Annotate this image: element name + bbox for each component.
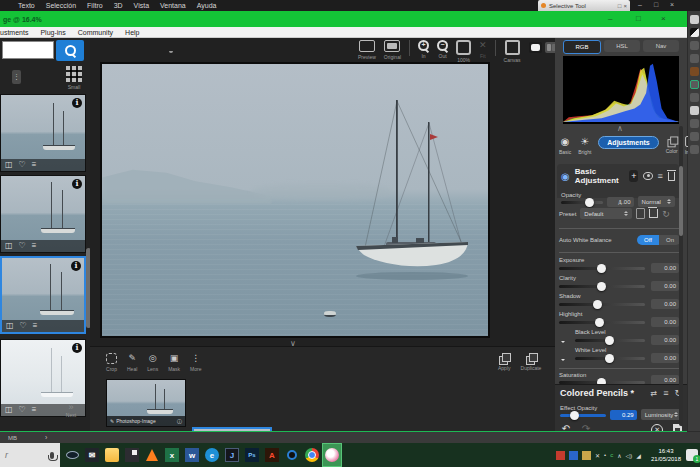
compare-icon[interactable]: ◫ — [5, 241, 13, 251]
info-icon[interactable]: ⓘ — [177, 418, 182, 424]
tab-hsl[interactable]: HSL — [604, 40, 640, 52]
exposure-slider[interactable] — [559, 267, 645, 270]
notification-center-icon[interactable]: 1 — [686, 449, 698, 461]
duplicate-button[interactable]: Duplicate — [521, 353, 542, 371]
original-button[interactable]: Original — [384, 40, 401, 60]
white-level-slider[interactable] — [575, 357, 645, 360]
menu-texto[interactable]: Texto — [18, 2, 35, 9]
bright-nav-button[interactable]: ☀Bright — [578, 136, 591, 155]
shadow-value[interactable]: 0.00 — [651, 299, 679, 309]
panel-icon[interactable] — [690, 67, 699, 76]
effect-opacity-slider[interactable] — [560, 414, 606, 417]
menu-icon[interactable]: ≡ — [33, 321, 38, 331]
search-input[interactable] — [2, 41, 54, 59]
collapse-section-chevron[interactable]: ∧ — [617, 198, 623, 207]
tab-rgb[interactable]: RGB — [563, 40, 601, 54]
adjustments-nav-button[interactable]: Adjustments — [598, 136, 658, 149]
app-current-topaz[interactable] — [322, 443, 342, 467]
app-adobe[interactable]: A — [262, 443, 282, 467]
heal-button[interactable]: ✎Heal — [127, 353, 137, 372]
plugin-maximize-button[interactable]: □ — [636, 14, 641, 23]
menu-community[interactable]: Community — [78, 29, 113, 36]
taskbar-clock[interactable]: 16:43 21/05/2018 — [648, 447, 684, 463]
more-button[interactable]: ⋮More — [190, 353, 201, 372]
visibility-toggle-icon[interactable] — [643, 172, 652, 180]
library-thumbnail-selected[interactable]: ℹ ◫♡≡ — [0, 256, 86, 334]
panel-scrollbar-thumb[interactable] — [679, 166, 683, 236]
menu-seleccion[interactable]: Selección — [46, 2, 76, 9]
folder-panel-icon[interactable] — [690, 15, 699, 24]
crop-button[interactable]: Crop — [106, 353, 117, 372]
menu-filtro[interactable]: Filtro — [87, 2, 103, 9]
menu-icon[interactable]: ≡ — [32, 405, 37, 415]
status-chevron[interactable]: › — [45, 434, 47, 441]
favorite-icon[interactable]: ♡ — [19, 241, 26, 251]
speaker-icon[interactable]: ◁) — [626, 452, 633, 459]
save-preset-icon[interactable] — [636, 208, 645, 219]
section-menu-icon[interactable]: ≡ — [658, 172, 663, 180]
next-page-button[interactable]: » Next — [56, 402, 86, 418]
tray-app-red[interactable] — [556, 451, 565, 460]
color-nav-button[interactable]: Color — [666, 136, 678, 154]
favorite-icon[interactable]: ♡ — [20, 321, 27, 331]
selective-tool-window[interactable]: Selective Tool □ × — [538, 0, 630, 11]
microphone-icon[interactable] — [50, 452, 54, 459]
app-chrome[interactable] — [302, 443, 322, 467]
menu-ventana[interactable]: Ventana — [160, 2, 186, 9]
highlight-slider[interactable] — [559, 321, 645, 324]
ps-minimize-button[interactable]: – — [638, 1, 642, 8]
tray-dot[interactable]: • — [604, 452, 606, 458]
app-notes[interactable] — [122, 443, 142, 467]
reset-preset-icon[interactable]: ↻ — [662, 209, 670, 219]
share-effect-icon[interactable]: ⇄ — [650, 389, 657, 398]
lens-button[interactable]: ◎Lens — [147, 353, 158, 372]
task-view-button[interactable] — [62, 443, 82, 467]
ps-maximize-button[interactable]: □ — [654, 1, 658, 8]
zoom-100-button[interactable]: 100% — [456, 40, 471, 63]
panel-icon[interactable] — [690, 54, 699, 63]
info-icon[interactable]: ℹ — [72, 343, 82, 353]
blend-mode-dropdown[interactable]: Normal — [638, 196, 675, 207]
delete-section-icon[interactable] — [668, 172, 675, 181]
compare-icon[interactable]: ◫ — [5, 160, 13, 170]
app-mail[interactable]: ✉ — [82, 443, 102, 467]
menu-icon[interactable]: ≡ — [32, 160, 37, 170]
favorite-icon[interactable]: ♡ — [19, 160, 26, 170]
image-canvas[interactable] — [100, 62, 490, 338]
menu-adjustments[interactable]: ustments — [0, 29, 28, 36]
opacity-slider-knob[interactable] — [585, 198, 594, 207]
selective-maximize-button[interactable]: □ — [618, 3, 622, 9]
apply-button[interactable]: Apply — [498, 353, 511, 371]
tray-close-glyph[interactable]: ✕ — [595, 452, 600, 459]
effect-opacity-value[interactable]: 0.29 — [610, 410, 636, 420]
opacity-slider[interactable] — [561, 201, 603, 204]
menu-help[interactable]: Help — [125, 29, 139, 36]
clipboard-panel-icon[interactable] — [690, 106, 699, 115]
favorite-icon[interactable]: ♡ — [19, 405, 26, 415]
app-excel[interactable]: x — [162, 443, 182, 467]
compare-icon[interactable]: ◫ — [5, 405, 13, 415]
add-adjustment-button[interactable]: + — [629, 170, 638, 182]
single-view-toggle[interactable] — [529, 42, 542, 53]
panel-icon[interactable] — [690, 41, 699, 50]
preset-dropdown[interactable]: Default — [580, 208, 632, 219]
network-icon[interactable]: ◢ — [636, 452, 641, 459]
app-j[interactable]: J — [222, 443, 242, 467]
tray-app-green[interactable]: c — [610, 452, 613, 458]
menu-vista[interactable]: Vista — [134, 2, 149, 9]
grid-view-icon[interactable] — [66, 66, 82, 82]
clarity-slider[interactable] — [559, 285, 645, 288]
panel-icon[interactable] — [690, 132, 699, 141]
library-thumbnail[interactable]: ℹ ◫♡≡ — [0, 175, 86, 253]
awb-on-button[interactable]: On — [659, 235, 681, 245]
tab-nav[interactable]: Nav — [643, 40, 679, 52]
library-thumbnail[interactable]: ℹ ◫♡≡ — [0, 94, 86, 172]
clarity-value[interactable]: 0.00 — [651, 281, 679, 291]
black-level-value[interactable]: 0.00 — [651, 335, 679, 345]
app-vlc[interactable] — [142, 443, 162, 467]
menu-3d[interactable]: 3D — [114, 2, 123, 9]
plugin-close-button[interactable]: × — [661, 14, 666, 23]
collapse-histogram-chevron[interactable]: ∧ — [617, 124, 623, 133]
panel-icon[interactable] — [690, 119, 699, 128]
app-ring[interactable] — [282, 443, 302, 467]
